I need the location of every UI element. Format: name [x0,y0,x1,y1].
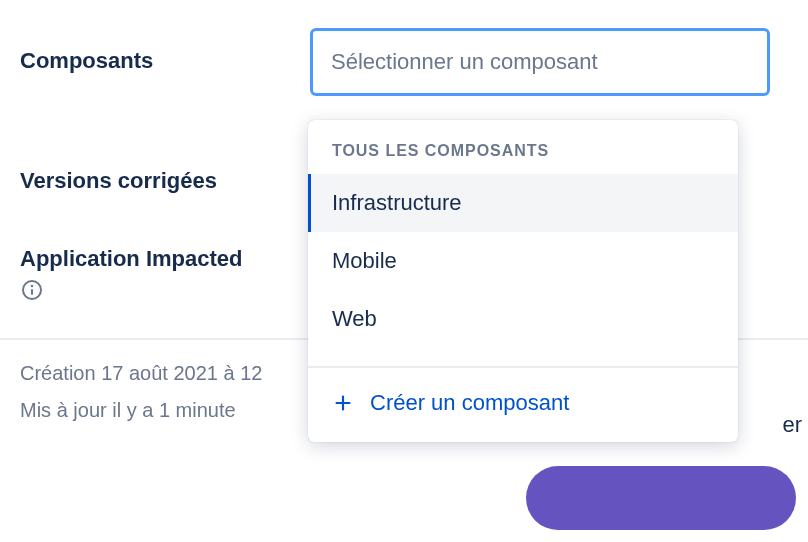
dropdown-option-web[interactable]: Web [308,290,738,348]
field-components: Composants Sélectionner un composant [20,28,788,96]
svg-point-1 [31,285,34,288]
info-icon[interactable] [20,278,44,302]
field-label-fix-versions: Versions corrigées [20,148,310,194]
dropdown-option-infrastructure[interactable]: Infrastructure [308,174,738,232]
partial-text: er [782,412,802,438]
dropdown-create-component[interactable]: Créer un composant [308,368,738,442]
field-label-components: Composants [20,28,310,74]
dropdown-option-mobile[interactable]: Mobile [308,232,738,290]
dropdown-create-label: Créer un composant [370,390,569,416]
field-label-app-impacted: Application Impacted [20,246,310,308]
floating-action-pill[interactable] [526,466,796,530]
svg-rect-2 [31,289,33,295]
dropdown-header: TOUS LES COMPOSANTS [308,120,738,174]
plus-icon [332,392,354,414]
components-select[interactable]: Sélectionner un composant [310,28,770,96]
components-placeholder: Sélectionner un composant [331,49,598,75]
components-dropdown: TOUS LES COMPOSANTS Infrastructure Mobil… [308,120,738,442]
